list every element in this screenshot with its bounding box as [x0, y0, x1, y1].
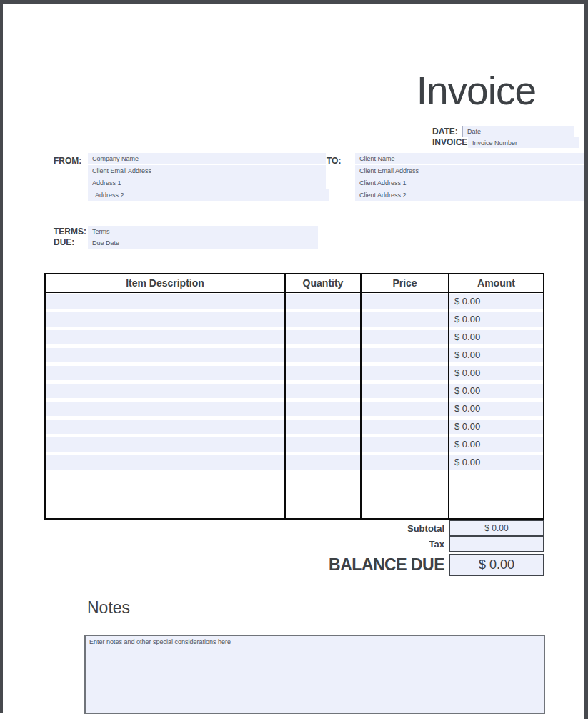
to-address2-input[interactable]	[355, 189, 584, 201]
price-cell[interactable]	[362, 312, 449, 327]
table-row: $ 0.00	[46, 402, 543, 416]
description-cell[interactable]	[46, 366, 286, 380]
invoice-title: Invoice	[417, 71, 536, 111]
column-divider	[284, 293, 286, 518]
quantity-cell[interactable]	[286, 384, 362, 398]
items-table-header: Item Description Quantity Price Amount	[46, 274, 543, 293]
table-row: $ 0.00	[46, 420, 543, 434]
table-row: $ 0.00	[46, 366, 543, 380]
invoice-number-label: INVOICE	[432, 137, 467, 147]
due-label: DUE:	[54, 237, 74, 247]
invoice-number-input[interactable]	[468, 137, 579, 148]
header-amount: Amount	[449, 274, 543, 292]
from-email-input[interactable]	[88, 165, 326, 177]
amount-cell[interactable]: $ 0.00	[449, 455, 543, 470]
from-address1-input[interactable]	[88, 177, 326, 189]
description-cell[interactable]	[46, 402, 286, 416]
from-fieldset	[88, 153, 322, 202]
amount-cell[interactable]: $ 0.00	[449, 420, 543, 434]
price-cell[interactable]	[362, 402, 449, 416]
notes-input[interactable]	[84, 635, 545, 714]
quantity-cell[interactable]	[286, 312, 362, 327]
date-input[interactable]	[462, 126, 574, 137]
from-address2-input[interactable]	[88, 189, 329, 201]
balance-due-label: BALANCE DUE	[286, 555, 444, 575]
to-fieldset	[355, 153, 580, 202]
notes-heading: Notes	[87, 598, 130, 618]
column-divider	[360, 293, 362, 518]
amount-cell[interactable]: $ 0.00	[449, 384, 543, 398]
quantity-cell[interactable]	[286, 402, 362, 416]
quantity-cell[interactable]	[286, 348, 362, 362]
items-table-body: $ 0.00 $ 0.00 $ 0.00 $ 0.00 $ 0.00 $ 0.0…	[46, 293, 543, 518]
amount-cell[interactable]: $ 0.00	[449, 402, 543, 416]
header-item-description: Item Description	[46, 274, 286, 292]
amount-cell[interactable]: $ 0.00	[449, 330, 543, 344]
amount-cell[interactable]: $ 0.00	[449, 294, 543, 309]
amount-cell[interactable]: $ 0.00	[449, 437, 543, 452]
description-cell[interactable]	[46, 348, 286, 362]
price-cell[interactable]	[362, 455, 449, 470]
table-row: $ 0.00	[46, 455, 543, 470]
price-cell[interactable]	[362, 348, 449, 362]
table-row: $ 0.00	[46, 384, 543, 398]
terms-label: TERMS:	[54, 227, 86, 237]
header-price: Price	[362, 274, 449, 292]
table-row: $ 0.00	[46, 312, 543, 327]
quantity-cell[interactable]	[286, 366, 362, 380]
description-cell[interactable]	[46, 420, 286, 434]
price-cell[interactable]	[362, 330, 449, 344]
terms-input[interactable]	[88, 226, 318, 237]
quantity-cell[interactable]	[286, 437, 362, 452]
to-email-input[interactable]	[355, 165, 584, 177]
description-cell[interactable]	[46, 294, 286, 309]
description-cell[interactable]	[46, 384, 286, 398]
column-divider	[448, 293, 449, 518]
subtotal-label: Subtotal	[286, 523, 444, 534]
amount-cell[interactable]: $ 0.00	[449, 348, 543, 362]
tax-label: Tax	[286, 539, 444, 550]
viewer-frame-left	[0, 0, 3, 713]
price-cell[interactable]	[362, 294, 449, 309]
table-row: $ 0.00	[46, 437, 543, 452]
items-table: Item Description Quantity Price Amount $…	[44, 273, 544, 520]
description-cell[interactable]	[46, 455, 286, 470]
tax-value-cell[interactable]	[449, 535, 544, 552]
amount-cell[interactable]: $ 0.00	[449, 366, 543, 380]
table-row: $ 0.00	[46, 348, 543, 362]
price-cell[interactable]	[362, 420, 449, 434]
date-label: DATE:	[432, 127, 458, 137]
description-cell[interactable]	[46, 330, 286, 344]
price-cell[interactable]	[362, 384, 449, 398]
due-date-input[interactable]	[88, 237, 318, 249]
from-company-name-input[interactable]	[88, 153, 326, 164]
to-client-name-input[interactable]	[355, 153, 584, 164]
table-row: $ 0.00	[46, 294, 543, 309]
quantity-cell[interactable]	[286, 420, 362, 434]
to-label: TO:	[327, 156, 341, 166]
subtotal-value-cell[interactable]: $ 0.00	[449, 520, 544, 537]
table-row: $ 0.00	[46, 330, 543, 344]
viewer-frame-right	[584, 0, 588, 719]
quantity-cell[interactable]	[286, 455, 362, 470]
to-address1-input[interactable]	[355, 177, 584, 189]
price-cell[interactable]	[362, 437, 449, 452]
description-cell[interactable]	[46, 312, 286, 327]
header-quantity: Quantity	[286, 274, 362, 292]
balance-due-value-cell[interactable]: $ 0.00	[449, 554, 544, 576]
quantity-cell[interactable]	[286, 294, 362, 309]
description-cell[interactable]	[46, 437, 286, 452]
quantity-cell[interactable]	[286, 330, 362, 344]
amount-cell[interactable]: $ 0.00	[449, 312, 543, 327]
price-cell[interactable]	[362, 366, 449, 380]
from-label: FROM:	[54, 156, 81, 166]
viewer-frame-top	[0, 0, 588, 4]
